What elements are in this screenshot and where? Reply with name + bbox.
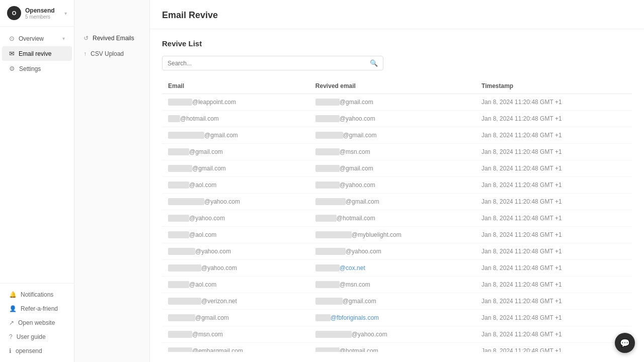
revived-redacted: xxxxxxxx4 [315,132,343,139]
email-redacted: xxxxxxxxxxx [168,264,201,272]
revived-domain: @yahoo.com [340,182,375,189]
email-cell: xxxxxxx@aol.com [162,177,309,194]
email-redacted: xxxxxxx [168,215,189,222]
email-redacted: xxxxxxxx [168,331,192,338]
brand-button[interactable]: O Opensend 5 members ▾ [0,0,74,27]
revived-email-cell: xxxxxxxx@cox.net [309,260,475,277]
revived-email-cell: xxxxxxxx@msn.com [309,144,475,160]
table-container: Email Revived email Timestamp xxxxxxxx@l… [162,78,632,352]
email-domain: @yahoo.com [189,215,225,222]
main-content: Email Revive Revive List 🔍 Email Revived… [150,0,644,362]
user-guide-label: User guide [17,333,46,340]
email-cell: xxxxxxxxx@yahoo.com [162,243,309,260]
email-domain: @msn.com [192,331,223,338]
email-revive-icon: ✉ [9,50,15,57]
col-revived-email: Revived email [309,78,475,94]
table-row: xxxxxxxx@msn.comxxxxxxxxxxxx@yahoo.comJa… [162,326,632,343]
revived-email-cell: xxxxxxxxxx@gmail.com [309,194,475,210]
table-row: xxxxxxx@aol.comxxxxxxxxxxxx@mybluelight.… [162,227,632,243]
revived-domain: @gmail.com [346,198,379,205]
email-domain: @gmail.com [192,165,226,172]
revived-email-cell: xxxxxxxxxxxx@yahoo.com [309,326,475,343]
revived-redacted: xxxxxxxx [315,115,340,122]
revived-email-cell: xxxxxxxx@gmail.com [309,160,475,177]
timestamp-cell: Jan 8, 2024 11:20:48 GMT +1 [475,194,632,210]
sub-sidebar-item-revived-emails[interactable]: ↺ Revived Emails [76,31,147,46]
sidebar-item-email-revive[interactable]: ✉ Email revive [2,46,72,61]
email-domain: @hotmail.com [180,115,219,122]
revived-domain: @yahoo.com [346,248,381,255]
open-website-label: Open website [18,319,55,326]
revived-email-cell: xxxxxxxxx@gmail.com [309,293,475,310]
revived-domain: @cox.net [340,264,365,272]
table-row: xxxxxxxxxxxx@gmail.comxxxxxxxx4@gmail.co… [162,127,632,144]
brand-name: Opensend [25,7,62,14]
sidebar-item-user-guide[interactable]: ? User guide [2,330,72,344]
sidebar-item-open-website[interactable]: ↗ Open website [2,316,72,330]
footer-label: opensend [16,347,42,354]
email-cell: xxxx@hotmail.com [162,111,309,127]
revive-table: Email Revived email Timestamp xxxxxxxx@l… [162,78,632,352]
overview-icon: ⊙ [9,35,15,42]
email-redacted: xxxxxxxx [168,165,192,172]
email-redacted: xxxxxxxxx [168,248,195,255]
revived-redacted: xxxxxxx [315,215,337,222]
table-row: xxxxxxx@aol.comxxxxxxxx@yahoo.comJan 8, … [162,177,632,194]
table-row: xxxx@hotmail.comxxxxxxxx@yahoo.comJan 8,… [162,111,632,127]
table-row: xxxxxxxxxxx@yahoo.comxxxxxxxx@cox.netJan… [162,260,632,277]
table-row: xxxxxxxxx@yahoo.comxxxxxxxxxx@yahoo.comJ… [162,243,632,260]
main-header: Email Revive [150,0,644,29]
timestamp-cell: Jan 8, 2024 11:20:48 GMT +1 [475,293,632,310]
revived-redacted: xxxxxxxx [315,99,340,106]
sidebar-item-settings[interactable]: ⚙ Settings [2,61,72,76]
email-redacted: xxxxxxxxxxxx [168,132,204,139]
revived-domain: @gmail.com [343,132,377,139]
email-redacted: xxxxxxx [168,182,189,189]
email-domain: @yahoo.com [195,248,231,255]
col-email: Email [162,78,309,94]
brand-avatar: O [7,6,21,20]
revived-domain: @msn.com [340,148,370,155]
revived-redacted: xxxxxxxx [315,347,340,352]
revived-domain: @gmail.com [340,99,373,106]
timestamp-cell: Jan 8, 2024 11:20:48 GMT +1 [475,310,632,326]
email-cell: xxxxxxxx@embarqmail.com [162,343,309,352]
open-website-icon: ↗ [9,319,14,326]
timestamp-cell: Jan 8, 2024 11:20:48 GMT +1 [475,227,632,243]
sidebar-item-settings-label: Settings [19,65,41,72]
sub-sidebar-item-csv-upload[interactable]: ↑ CSV Upload [76,46,147,61]
revived-redacted: xxxxxxxxxx [315,248,346,255]
sidebar-item-notifications[interactable]: 🔔 Notifications [2,288,72,302]
page-title: Email Revive [162,10,632,21]
timestamp-cell: Jan 8, 2024 11:20:48 GMT +1 [475,94,632,111]
email-domain: @yahoo.com [204,198,240,205]
notifications-label: Notifications [21,291,53,298]
chat-button[interactable]: 💬 [615,333,635,353]
email-domain: @gmail.com [195,314,229,321]
timestamp-cell: Jan 8, 2024 11:20:48 GMT +1 [475,243,632,260]
revived-domain: @hotmail.com [337,215,375,222]
email-redacted: xxxxxxxx [168,99,192,106]
email-cell: xxxxxxx@aol.com [162,227,309,243]
email-domain: @yahoo.com [201,264,237,272]
col-timestamp: Timestamp [475,78,632,94]
sub-sidebar-revived-emails-label: Revived Emails [93,35,134,42]
email-cell: xxxxxxxxxxxx@yahoo.com [162,194,309,210]
timestamp-cell: Jan 8, 2024 11:20:48 GMT +1 [475,210,632,227]
sub-sidebar-csv-upload-label: CSV Upload [91,50,124,57]
sidebar-item-email-revive-label: Email revive [19,50,51,57]
table-row: xxxxxxxxxxx@verizon.netxxxxxxxxx@gmail.c… [162,293,632,310]
revived-redacted: xxxxxxxxxxxx [315,331,352,338]
sidebar-item-refer[interactable]: 👤 Refer-a-friend [2,302,72,316]
sidebar-item-overview-label: Overview [19,35,44,42]
email-redacted: xxxxxxxxxxxx [168,198,204,205]
revived-email-cell: xxxxxxxx@msn.com [309,277,475,293]
sidebar-item-overview[interactable]: ⊙ Overview ▾ [2,31,72,46]
email-cell: xxxxxxxxx@gmail.com [162,310,309,326]
revived-redacted: xxxxxxxx [315,182,340,189]
chevron-down-icon: ▾ [62,36,65,41]
email-cell: xxxxxxx@yahoo.com [162,210,309,227]
revive-panel: Revive List 🔍 Email Revived email Timest… [150,29,644,362]
timestamp-cell: Jan 8, 2024 11:20:48 GMT +1 [475,111,632,127]
search-input[interactable] [168,60,370,67]
